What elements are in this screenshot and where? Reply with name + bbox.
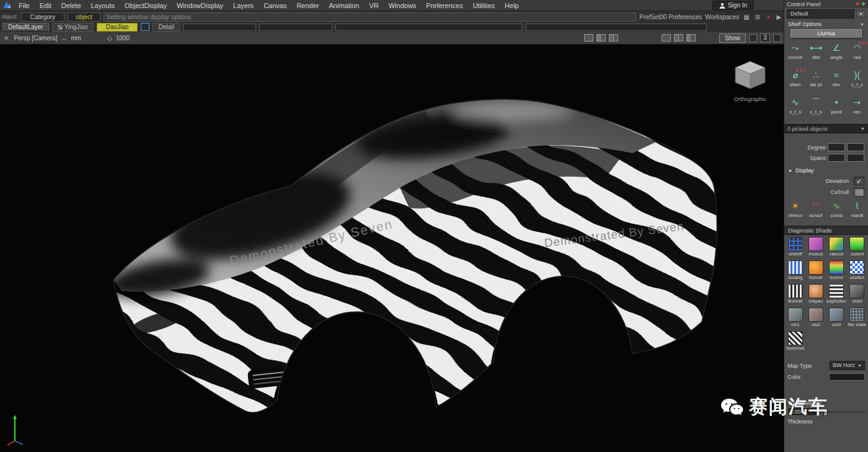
tool-c-t-s[interactable]: ⌒c_t_s [805,95,826,123]
diag-clayao[interactable]: clayao [805,284,826,308]
tile-icon[interactable] [674,34,683,42]
close-icon[interactable]: ✕ [764,14,772,20]
diag-ltunnel[interactable]: ltunnel [785,284,805,308]
workspaces-label[interactable]: Workspaces [705,14,739,20]
tool-dev[interactable]: ≈dev [826,68,847,95]
tool-xsedt[interactable]: ⌇xsedt [847,199,867,223]
diag-isoang[interactable]: isoang [785,260,805,284]
diag-vis2[interactable]: vis2 [805,308,826,331]
display-section-toggle[interactable]: ▼ Display [784,166,868,175]
menu-layouts[interactable]: Layouts [86,2,120,9]
menu-canvas[interactable]: Canvas [259,2,291,9]
grid-icon[interactable]: ▦ [742,14,750,20]
menu-file[interactable]: File [14,2,35,9]
picked-objects-bar[interactable]: 0 picked objects ▼ [784,124,868,133]
window-display-options-field[interactable]: Setting window display options [104,12,636,22]
tool-curva[interactable]: ∿curva [826,199,847,223]
layer-bar-segment[interactable] [183,24,256,31]
prefset-label[interactable]: PrefSet00 Preferences [639,14,702,20]
diag-curevl[interactable]: curevl [847,237,867,260]
layer-tab-yingjiao[interactable]: YingJiao [52,23,94,32]
chevron-down-icon[interactable]: ▼ [856,11,866,17]
spans-v-input[interactable] [847,154,864,162]
quad-view-icon[interactable] [609,34,618,42]
sign-in-button[interactable]: Sign In [712,1,754,10]
zoom-value[interactable]: 1000 [116,35,130,42]
shelf-set-dropdown[interactable]: Default [787,9,854,19]
color-swatch[interactable] [829,373,865,381]
degree-u-input[interactable] [828,143,845,151]
layer-bar-segment[interactable] [259,24,332,31]
tool-xfrmcv[interactable]: ✶xfrmcv [785,199,805,223]
menu-help[interactable]: Help [500,2,524,9]
tool-c-t-c[interactable]: )(c_t_c [847,68,867,95]
layer-tab-daojiao-active[interactable]: DaoJiao [97,23,138,32]
single-view-icon[interactable] [584,34,593,42]
deviation-checkbox[interactable]: ✓ [854,177,864,185]
panel-pin-icon[interactable]: ✚ [861,1,866,7]
tool-vec[interactable]: ➝vec [847,95,867,123]
window-icon[interactable] [662,34,671,42]
layer-selection-swatch[interactable] [141,23,149,31]
layer-bar-segment[interactable] [526,24,707,31]
layer-bar-segment[interactable] [335,24,523,31]
default-layer-button[interactable]: DefaultLayer [2,23,49,32]
layout-icon[interactable]: ⊞ [754,14,761,20]
panel-view-icon[interactable] [686,34,696,42]
tool-dis-pt[interactable]: ∴dis pt [805,68,826,95]
expand-right-icon[interactable]: ▶ [775,14,782,20]
layer-tab-detail[interactable]: Detail [153,23,180,32]
tool-s-t-s[interactable]: ∿s_t_s [785,95,805,123]
cvhull-checkbox[interactable] [854,188,864,197]
show-button[interactable]: Show [719,33,746,43]
diag-boxmod[interactable]: boxmod [785,331,805,355]
tool-angle[interactable]: ∠angle [826,41,847,68]
perspective-viewport[interactable]: ✕ Persp [Camera] ↔ mm ◇ 1000 Show [0,32,784,452]
menu-layers[interactable]: Layers [228,2,259,9]
viewport-close-icon[interactable]: ✕ [2,35,10,42]
menu-windows[interactable]: Windows [384,2,422,9]
split-view-icon[interactable] [596,34,606,42]
tool-point[interactable]: •point [826,95,847,123]
diag-surevl[interactable]: surevl [826,260,847,284]
menu-vr[interactable]: VR [364,2,383,9]
spans-u-input[interactable] [828,154,845,162]
camera-label[interactable]: Persp [Camera] [14,35,57,42]
map-type-dropdown[interactable]: BW Horz ▼ [830,361,865,370]
diag-vis1[interactable]: vis1 [785,308,805,331]
menu-edit[interactable]: Edit [35,2,56,9]
menu-windowdisplay[interactable]: WindowDisplay [172,2,228,9]
object-chip[interactable]: object [68,12,100,22]
diag-vis3[interactable]: vis3 [826,308,847,331]
shelf-tab-liuhua[interactable]: LiuHua [790,29,862,38]
shelf-options-row[interactable]: Shelf Options ▼ [784,20,868,29]
diag-vred[interactable]: vred [847,284,867,308]
tool-dist[interactable]: ⟷dist [805,41,826,68]
menu-animation[interactable]: Animation [324,2,365,9]
diagnostic-shade-header[interactable]: Diagnostic Shade [784,226,868,235]
panel-move-icon[interactable]: ✥ [856,1,860,7]
tool-diam[interactable]: ⌀B 2.0diam [785,68,805,95]
diag-rancol[interactable]: rancol [826,237,847,260]
diag-usetex[interactable]: usetex [847,260,867,284]
transparency-slider[interactable] [822,408,865,415]
diag-sophotec[interactable]: sophotec [826,284,847,308]
view-count-box[interactable]: 3 [760,33,770,42]
tool-crvcvtr[interactable]: ⤳crvcvtr [785,41,805,68]
tool-rad[interactable]: ◠0 2.0rad [847,41,867,68]
degree-v-input[interactable] [847,143,864,151]
menu-delete[interactable]: Delete [56,2,86,9]
menu-preferences[interactable]: Preferences [421,2,467,9]
diag-file-state[interactable]: file state [847,308,867,331]
diag-shdoff[interactable]: shdoff [785,237,805,260]
diag-mulcol[interactable]: mulcol [805,237,826,260]
menu-utilities[interactable]: Utilities [468,2,500,9]
tool-scnsrf[interactable]: ◠scnsrf [805,199,826,223]
header-checkbox-2[interactable] [773,34,781,42]
view-cube[interactable]: Orthographic [730,58,770,102]
menu-objectdisplay[interactable]: ObjectDisplay [120,2,172,9]
3d-viewport-canvas[interactable]: Demonstrated By Seven Demonstrated By Se… [0,32,784,452]
diag-horver[interactable]: horver [805,260,826,284]
header-checkbox-1[interactable] [749,34,757,42]
category-dropdown[interactable]: Category [21,12,65,22]
